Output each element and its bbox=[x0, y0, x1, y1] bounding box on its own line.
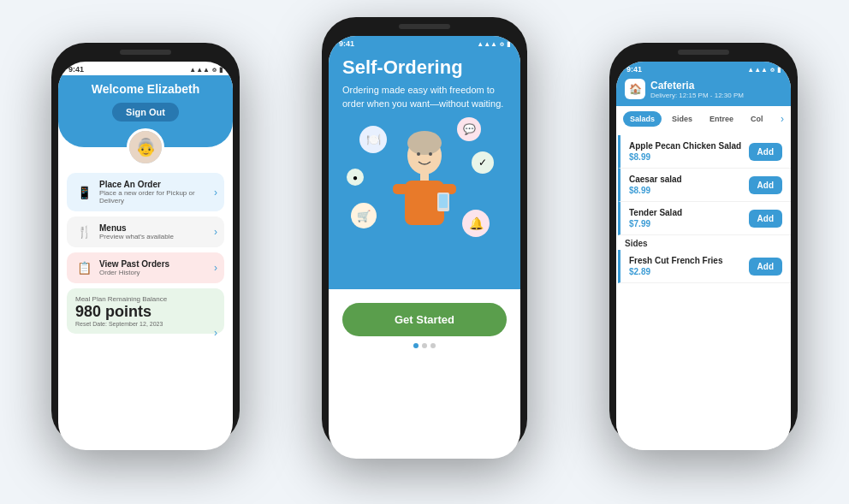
svg-point-3 bbox=[429, 152, 432, 156]
item-name-caesar: Caesar salad bbox=[629, 175, 749, 184]
float-icon-fork: 🍽️ bbox=[359, 126, 387, 153]
menus-title: Menus bbox=[99, 223, 174, 233]
item-price-tender: $7.99 bbox=[629, 219, 749, 228]
menus-text: Menus Preview what's available bbox=[99, 223, 174, 240]
item-price-apple-pecan: $8.99 bbox=[629, 152, 749, 162]
menus-chevron: › bbox=[214, 226, 217, 238]
phone-center: 9:41 ▲▲▲ ⌾ ▮ Self-Ordering Ordering made… bbox=[322, 17, 527, 454]
center-subtitle: Ordering made easy with freedom to order… bbox=[342, 84, 507, 110]
item-info-fries: Fresh Cut French Fries $2.89 bbox=[629, 256, 749, 276]
past-orders-text: View Past Orders Order History bbox=[99, 259, 169, 276]
sign-out-button[interactable]: Sign Out bbox=[112, 103, 179, 122]
location-row: 🏠 Cafeteria Delivery: 12:15 PM - 12:30 P… bbox=[625, 79, 782, 99]
avatar-face: 👵 bbox=[129, 131, 162, 163]
menus-subtitle: Preview what's available bbox=[99, 233, 174, 240]
menus-icon: 🍴 bbox=[75, 223, 92, 240]
svg-rect-4 bbox=[420, 173, 429, 181]
add-button-caesar[interactable]: Add bbox=[749, 176, 782, 194]
time-center: 9:41 bbox=[339, 39, 354, 48]
status-icons-left: ▲▲▲ ⌾ ▮ bbox=[189, 66, 223, 74]
battery-icon: ▮ bbox=[219, 66, 223, 74]
past-orders-icon: 📋 bbox=[75, 259, 92, 276]
order-title: Place An Order bbox=[99, 180, 216, 189]
item-name-fries: Fresh Cut French Fries bbox=[629, 256, 749, 265]
progress-dots bbox=[342, 343, 507, 348]
home-icon: 🏠 bbox=[625, 79, 645, 99]
time-right: 9:41 bbox=[626, 65, 642, 74]
section-sides: Sides bbox=[616, 235, 791, 250]
person-svg bbox=[386, 126, 463, 254]
category-tabs: Salads Sides Entree Col › bbox=[616, 106, 791, 132]
svg-rect-6 bbox=[393, 184, 408, 194]
order-icon: 📱 bbox=[75, 184, 92, 201]
meal-plan-reset: Reset Date: September 12, 2023 bbox=[75, 321, 216, 327]
status-bar-right: 9:41 ▲▲▲ ⌾ ▮ bbox=[616, 62, 791, 75]
phones-container: 9:41 ▲▲▲ ⌾ ▮ Welcome Elizabeth Sign Out … bbox=[0, 0, 849, 504]
order-chevron: › bbox=[214, 187, 217, 199]
phone-left: 9:41 ▲▲▲ ⌾ ▮ Welcome Elizabeth Sign Out … bbox=[51, 43, 240, 445]
tab-salads[interactable]: Salads bbox=[623, 111, 662, 127]
dot-3 bbox=[430, 343, 436, 348]
menu-item-order[interactable]: 📱 Place An Order Place a new order for P… bbox=[67, 173, 224, 211]
order-text: Place An Order Place a new order for Pic… bbox=[99, 180, 216, 205]
list-item-apple-pecan: Apple Pecan Chicken Salad $8.99 Add bbox=[618, 135, 791, 169]
tabs-arrow[interactable]: › bbox=[781, 113, 784, 125]
location-name: Cafeteria bbox=[650, 80, 744, 92]
add-button-fries[interactable]: Add bbox=[749, 258, 782, 276]
menu-list: Apple Pecan Chicken Salad $8.99 Add Caes… bbox=[616, 132, 791, 450]
wifi-icon: ⌾ bbox=[212, 66, 217, 74]
float-icon-bell: 🔔 bbox=[462, 210, 490, 237]
phone-right-screen: 9:41 ▲▲▲ ⌾ ▮ 🏠 Cafeteria Delivery: 12:15… bbox=[616, 62, 791, 450]
illustration-area: 🍽️ 💬 ✓ 🛒 🔔 ● bbox=[342, 117, 507, 254]
tab-entree[interactable]: Entree bbox=[703, 111, 740, 127]
left-header: Welcome Elizabeth Sign Out 👵 bbox=[58, 75, 233, 147]
past-orders-chevron: › bbox=[214, 262, 217, 274]
item-name-apple-pecan: Apple Pecan Chicken Salad bbox=[629, 141, 749, 151]
add-button-apple-pecan[interactable]: Add bbox=[749, 143, 782, 161]
svg-rect-9 bbox=[439, 194, 448, 208]
right-header: 🏠 Cafeteria Delivery: 12:15 PM - 12:30 P… bbox=[616, 75, 791, 106]
meal-plan-item[interactable]: Meal Plan Remaining Balance 980 points R… bbox=[67, 288, 224, 334]
phone-speaker-left bbox=[120, 50, 171, 55]
past-orders-subtitle: Order History bbox=[99, 269, 169, 276]
tab-sides[interactable]: Sides bbox=[665, 111, 699, 127]
wifi-icon-r: ⌾ bbox=[770, 66, 775, 74]
left-menu: 📱 Place An Order Place a new order for P… bbox=[58, 147, 233, 341]
center-header: Self-Ordering Ordering made easy with fr… bbox=[329, 50, 520, 289]
status-bar-center: 9:41 ▲▲▲ ⌾ ▮ bbox=[329, 36, 520, 50]
delivery-time: Delivery: 12:15 PM - 12:30 PM bbox=[650, 92, 744, 99]
phone-center-screen: 9:41 ▲▲▲ ⌾ ▮ Self-Ordering Ordering made… bbox=[329, 36, 520, 459]
float-icon-cart: 🛒 bbox=[351, 203, 377, 228]
item-name-tender: Tender Salad bbox=[629, 208, 749, 217]
menu-item-menus[interactable]: 🍴 Menus Preview what's available › bbox=[67, 216, 224, 247]
get-started-button[interactable]: Get Started bbox=[342, 303, 507, 336]
float-icon-dot: ● bbox=[347, 169, 364, 186]
signal-icon: ▲▲▲ bbox=[189, 66, 210, 74]
past-orders-title: View Past Orders bbox=[99, 259, 169, 269]
welcome-title: Welcome Elizabeth bbox=[68, 82, 223, 96]
item-info-apple-pecan: Apple Pecan Chicken Salad $8.99 bbox=[629, 141, 749, 162]
add-button-tender[interactable]: Add bbox=[749, 210, 782, 228]
item-price-fries: $2.89 bbox=[629, 267, 749, 276]
signal-icon-c: ▲▲▲ bbox=[477, 40, 497, 48]
list-item-fries: Fresh Cut French Fries $2.89 Add bbox=[618, 250, 791, 283]
avatar: 👵 bbox=[127, 128, 164, 166]
status-icons-right: ▲▲▲ ⌾ ▮ bbox=[747, 66, 781, 74]
order-subtitle: Place a new order for Pickup or Delivery bbox=[99, 189, 216, 205]
phone-left-screen: 9:41 ▲▲▲ ⌾ ▮ Welcome Elizabeth Sign Out … bbox=[58, 62, 233, 450]
battery-icon-c: ▮ bbox=[507, 40, 510, 48]
tab-col[interactable]: Col bbox=[744, 111, 770, 127]
float-icon-check: ✓ bbox=[472, 151, 494, 174]
menu-item-past-orders[interactable]: 📋 View Past Orders Order History › bbox=[67, 252, 224, 283]
item-info-caesar: Caesar salad $8.99 bbox=[629, 175, 749, 195]
float-icon-msg: 💬 bbox=[457, 117, 481, 141]
phone-right: 9:41 ▲▲▲ ⌾ ▮ 🏠 Cafeteria Delivery: 12:15… bbox=[609, 43, 798, 445]
list-item-tender: Tender Salad $7.99 Add bbox=[618, 202, 791, 235]
svg-point-2 bbox=[417, 152, 420, 156]
phone-speaker-right bbox=[678, 50, 729, 55]
meal-plan-chevron: › bbox=[214, 327, 217, 339]
location-text: Cafeteria Delivery: 12:15 PM - 12:30 PM bbox=[650, 80, 744, 99]
svg-point-1 bbox=[407, 131, 442, 155]
meal-plan-label: Meal Plan Remaining Balance bbox=[75, 295, 216, 303]
item-info-tender: Tender Salad $7.99 bbox=[629, 208, 749, 228]
